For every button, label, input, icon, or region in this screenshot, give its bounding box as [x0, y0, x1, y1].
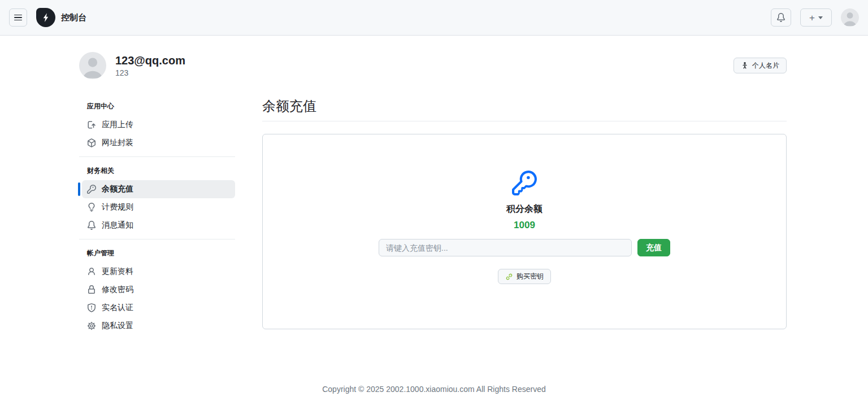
personal-card-label: 个人名片 — [752, 61, 779, 71]
sidebar-item-label: 余额充值 — [102, 184, 133, 194]
sidebar-item-label: 网址封装 — [102, 138, 133, 148]
bell-icon — [776, 13, 785, 22]
sidebar-section-finance: 财务相关 — [79, 162, 235, 180]
profile-header: 123@qq.com 123 个人名片 — [79, 52, 787, 79]
sidebar-divider — [79, 239, 235, 239]
buy-key-label: 购买密钥 — [517, 272, 544, 281]
sidebar-item-url-package[interactable]: 网址封装 — [82, 134, 235, 152]
sidebar-item-update-profile[interactable]: 更新资料 — [82, 263, 235, 281]
notifications-button[interactable] — [771, 8, 791, 27]
package-icon — [87, 138, 96, 147]
person-figure-icon — [741, 62, 749, 69]
sidebar-item-label: 隐私设置 — [102, 321, 133, 331]
shield-icon — [87, 303, 96, 312]
sidebar-item-label: 更新资料 — [102, 267, 133, 277]
person-silhouette-icon — [841, 8, 859, 27]
profile-email: 123@qq.com — [115, 54, 185, 67]
sidebar-item-identity-verification[interactable]: 实名认证 — [82, 299, 235, 317]
app-title: 控制台 — [61, 12, 86, 23]
create-new-button[interactable]: + — [800, 8, 832, 27]
sidebar-item-label: 修改密码 — [102, 285, 133, 295]
gear-icon — [87, 321, 96, 330]
person-icon — [87, 267, 96, 276]
bell-icon — [87, 221, 96, 230]
key-icon-large — [512, 171, 537, 195]
hamburger-menu-button[interactable] — [9, 8, 27, 27]
person-silhouette-icon — [79, 52, 106, 79]
buy-key-button[interactable]: 购买密钥 — [498, 269, 551, 284]
top-header: 控制台 + — [0, 0, 868, 36]
sidebar-item-label: 实名认证 — [102, 303, 133, 313]
profile-avatar — [79, 52, 106, 79]
profile-username: 123 — [115, 68, 185, 77]
sidebar-item-change-password[interactable]: 修改密码 — [82, 281, 235, 299]
balance-label: 积分余额 — [506, 203, 542, 215]
balance-value: 1009 — [514, 220, 535, 231]
chevron-down-icon — [818, 16, 823, 19]
header-avatar[interactable] — [841, 8, 859, 27]
sidebar-divider — [79, 156, 235, 157]
sidebar-item-label: 消息通知 — [102, 220, 133, 230]
hamburger-icon — [14, 15, 22, 16]
personal-card-button[interactable]: 个人名片 — [734, 58, 787, 73]
app-upload-icon — [87, 120, 96, 129]
sidebar-item-app-upload[interactable]: 应用上传 — [82, 116, 235, 134]
sidebar-item-billing-rules[interactable]: 计费规则 — [82, 198, 235, 216]
lightbulb-icon — [87, 203, 96, 212]
copyright-footer: Copyright © 2025 2002.1000.xiaomiou.com … — [0, 385, 868, 394]
sidebar-item-label: 计费规则 — [102, 202, 133, 212]
sidebar-item-notifications[interactable]: 消息通知 — [82, 216, 235, 234]
lock-icon — [87, 285, 96, 294]
sidebar-nav: 应用中心 应用上传 网址封装 财务相关 余额充值 — [79, 97, 235, 335]
sidebar-section-app-center: 应用中心 — [79, 97, 235, 116]
recharge-key-input[interactable] — [379, 239, 632, 256]
link-icon — [505, 273, 513, 281]
plus-icon: + — [809, 13, 815, 23]
key-icon — [87, 185, 96, 194]
page-title: 余额充值 — [262, 97, 787, 121]
main-content: 余额充值 积分余额 1009 充值 购买密钥 — [262, 97, 787, 329]
recharge-card: 积分余额 1009 充值 购买密钥 — [262, 134, 787, 329]
sidebar-item-balance-recharge[interactable]: 余额充值 — [82, 180, 235, 198]
sidebar-section-account: 帐户管理 — [79, 244, 235, 263]
recharge-button[interactable]: 充值 — [637, 239, 670, 256]
sidebar-item-label: 应用上传 — [102, 120, 133, 130]
app-logo — [36, 8, 55, 27]
lightning-bolt-icon — [41, 12, 51, 23]
sidebar-item-privacy-settings[interactable]: 隐私设置 — [82, 317, 235, 335]
